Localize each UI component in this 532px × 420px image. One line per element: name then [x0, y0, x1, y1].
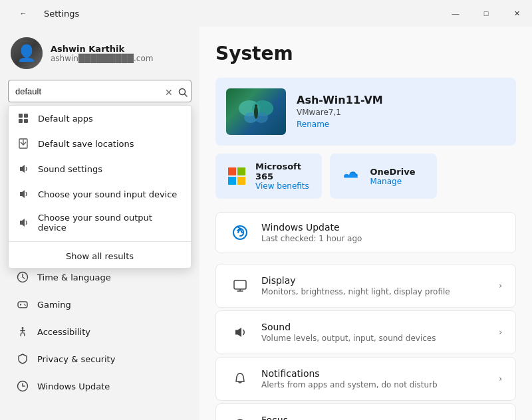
- show-all-results-button[interactable]: Show all results: [9, 245, 191, 268]
- svg-point-24: [255, 104, 257, 107]
- dropdown-item-default-apps[interactable]: Default apps: [9, 106, 191, 131]
- settings-item-subtitle: Monitors, brightness, night light, displ…: [261, 287, 499, 296]
- svg-rect-3: [24, 114, 28, 118]
- svg-marker-33: [235, 328, 241, 337]
- titlebar-left: ← Settings: [8, 0, 79, 27]
- settings-item-text: Notifications Alerts from apps and syste…: [261, 368, 499, 389]
- settings-item-display[interactable]: Display Monitors, brightness, night ligh…: [215, 264, 516, 308]
- svg-rect-26: [237, 167, 245, 175]
- notifications-icon: [229, 368, 251, 389]
- sound-settings-icon: [17, 162, 30, 175]
- maximize-button[interactable]: □: [471, 0, 501, 27]
- system-sub: VMware7,1: [297, 108, 383, 117]
- dropdown-item-default-save[interactable]: Default save locations: [9, 131, 191, 156]
- svg-rect-5: [24, 119, 28, 123]
- settings-list: Display Monitors, brightness, night ligh…: [215, 264, 516, 420]
- titlebar-title: Settings: [44, 9, 79, 19]
- settings-item-subtitle: Volume levels, output, input, sound devi…: [261, 334, 499, 343]
- microsoft365-icon: [226, 165, 247, 187]
- dropdown-item-label: Sound settings: [38, 164, 102, 174]
- windows-update-icon: [229, 222, 251, 243]
- svg-rect-25: [228, 167, 236, 175]
- windows-update-card[interactable]: Windows Update Last checked: 1 hour ago: [215, 212, 516, 253]
- search-container: ✕ De: [0, 77, 200, 108]
- service-link[interactable]: View benefits: [255, 181, 311, 191]
- settings-item-title: Sound: [261, 322, 499, 332]
- update-text: Windows Update Last checked: 1 hour ago: [261, 222, 502, 243]
- content-area: System Ash-Win11-VM VMware7,1: [200, 27, 532, 420]
- shield-icon: [16, 352, 29, 366]
- sidebar-item-windows-update[interactable]: Windows Update: [5, 373, 194, 399]
- page-title: System: [215, 43, 516, 64]
- sidebar-item-gaming[interactable]: Gaming: [5, 291, 194, 318]
- svg-rect-2: [19, 114, 23, 118]
- service-info: Microsoft 365 View benefits: [255, 161, 311, 191]
- sidebar-item-accessibility[interactable]: Accessibility: [5, 318, 194, 345]
- sidebar-nav: Time & language Gaming: [0, 261, 200, 415]
- service-name: Microsoft 365: [255, 161, 311, 181]
- user-info: Ashwin Karthik ashwin█████████.com: [51, 44, 153, 63]
- display-icon: [229, 275, 251, 296]
- settings-item-notifications[interactable]: Notifications Alerts from apps and syste…: [215, 357, 516, 401]
- clock-icon: [16, 270, 29, 284]
- svg-rect-4: [19, 119, 23, 123]
- system-name: Ash-Win11-VM: [297, 94, 383, 106]
- sound-icon: [229, 322, 251, 343]
- titlebar-controls: — □ ✕: [440, 0, 532, 27]
- default-save-icon: [17, 137, 30, 150]
- chevron-right-icon: ›: [499, 281, 502, 290]
- svg-marker-10: [20, 219, 25, 227]
- avatar-image: [11, 37, 43, 69]
- sound-input-icon: [17, 187, 30, 201]
- svg-point-16: [25, 304, 26, 306]
- settings-item-title: Notifications: [261, 368, 499, 379]
- settings-item-subtitle: Alerts from apps and system, do not dist…: [261, 380, 499, 389]
- accessibility-icon: [16, 325, 29, 338]
- sidebar-item-privacy[interactable]: Privacy & security: [5, 346, 194, 372]
- system-info-card: Ash-Win11-VM VMware7,1 Rename: [215, 78, 516, 146]
- svg-point-17: [22, 327, 24, 329]
- default-apps-icon: [17, 112, 30, 125]
- dropdown-divider: [9, 241, 191, 242]
- onedrive-icon: [340, 165, 362, 187]
- sidebar-item-label: Accessibility: [37, 327, 90, 337]
- close-button[interactable]: ✕: [501, 0, 532, 27]
- back-icon: ←: [20, 9, 27, 17]
- settings-item-sound[interactable]: Sound Volume levels, output, input, soun…: [215, 310, 516, 354]
- system-card-image: [226, 88, 286, 135]
- user-name: Ashwin Karthik: [51, 44, 153, 54]
- settings-item-text: Focus Reduce distractions: [261, 415, 499, 420]
- rename-link[interactable]: Rename: [297, 120, 329, 129]
- system-card-info: Ash-Win11-VM VMware7,1 Rename: [297, 94, 383, 130]
- system-cards: Ash-Win11-VM VMware7,1 Rename: [215, 78, 516, 199]
- user-email: ashwin█████████.com: [51, 54, 153, 63]
- sidebar-item-label: Gaming: [37, 300, 71, 310]
- svg-rect-27: [228, 177, 236, 185]
- dropdown-item-sound-settings[interactable]: Sound settings: [9, 156, 191, 181]
- dropdown-item-sound-input[interactable]: Choose your sound input device: [9, 181, 191, 207]
- search-dropdown: Default apps Default save locations: [8, 105, 192, 268]
- back-button[interactable]: ←: [8, 0, 39, 27]
- svg-line-1: [185, 94, 188, 97]
- focus-icon: [229, 415, 251, 420]
- onedrive-card[interactable]: OneDrive Manage: [330, 154, 436, 199]
- service-link[interactable]: Manage: [370, 177, 415, 186]
- dropdown-item-sound-output[interactable]: Choose your sound output device: [9, 207, 191, 239]
- update-title: Windows Update: [261, 222, 502, 233]
- chevron-right-icon: ›: [499, 374, 502, 383]
- search-clear-button[interactable]: ✕: [165, 87, 173, 98]
- sidebar-item-label: Windows Update: [37, 381, 110, 391]
- search-icon: [178, 88, 188, 97]
- microsoft365-card[interactable]: Microsoft 365 View benefits: [215, 154, 322, 199]
- settings-item-focus[interactable]: Focus Reduce distractions ›: [215, 403, 516, 420]
- game-icon: [16, 298, 29, 311]
- settings-item-text: Display Monitors, brightness, night ligh…: [261, 275, 499, 296]
- search-input[interactable]: [8, 80, 192, 102]
- svg-marker-9: [20, 190, 25, 198]
- dropdown-item-label: Choose your sound output device: [38, 213, 183, 233]
- search-icon-button[interactable]: [178, 88, 188, 97]
- svg-rect-12: [18, 302, 27, 308]
- svg-point-15: [24, 304, 25, 305]
- minimize-button[interactable]: —: [440, 0, 471, 27]
- update-subtitle: Last checked: 1 hour ago: [261, 234, 502, 243]
